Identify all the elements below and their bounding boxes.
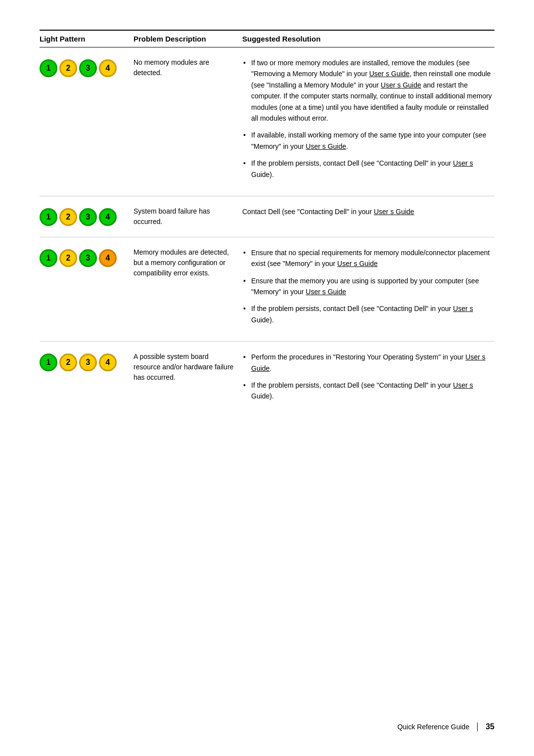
resolution-item: If available, install working memory of … [242,130,494,152]
light-pattern-2: 1 2 3 4 [40,206,134,226]
resolution-item: If the problem persists, contact Dell (s… [242,158,494,180]
light-4-1: 1 [40,354,57,371]
resolution-item: If the problem persists, contact Dell (s… [242,303,494,325]
light-1-4: 4 [99,59,117,77]
main-table: Light Pattern Problem Description Sugges… [40,30,494,418]
problem-desc-3: Memory modules are detected, but a memor… [134,247,242,278]
light-3-1: 1 [40,249,57,267]
resolution-2: Contact Dell (see "Contacting Dell" in y… [242,206,494,217]
page-footer: Quick Reference Guide 35 [398,722,494,731]
light-1-2: 2 [59,59,77,77]
resolution-1: If two or more memory modules are instal… [242,57,494,186]
light-1-3: 3 [79,59,97,77]
light-2-2: 2 [59,208,77,226]
resolution-item: Perform the procedures in "Restoring You… [242,352,494,374]
light-pattern-4: 1 2 3 4 [40,352,134,371]
light-4-4: 4 [99,354,117,371]
resolution-item: Ensure that no special requirements for … [242,247,494,269]
resolution-item: Ensure that the memory you are using is … [242,275,494,298]
problem-desc-4: A possible system board resource and/or … [134,352,242,383]
light-4-2: 2 [59,354,77,371]
col-header-problem: Problem Description [134,35,242,43]
table-row: 1 2 3 4 Memory modules are detected, but… [40,237,494,342]
table-row: 1 2 3 4 No memory modules are detected. … [40,47,494,196]
light-1-1: 1 [40,59,57,77]
light-2-3: 3 [79,208,97,226]
page-container: Light Pattern Problem Description Sugges… [0,0,534,756]
col-header-light: Light Pattern [40,35,134,43]
light-4-3: 3 [79,354,97,371]
light-pattern-3: 1 2 3 4 [40,247,134,267]
page-number: 35 [486,722,494,731]
problem-desc-2: System board failure has occurred. [134,206,242,227]
light-2-4: 4 [99,208,117,226]
light-3-3: 3 [79,249,97,267]
table-row: 1 2 3 4 A possible system board resource… [40,342,494,418]
table-row: 1 2 3 4 System board failure has occurre… [40,196,494,237]
light-3-4: 4 [99,249,117,267]
footer-divider [477,722,478,731]
resolution-4: Perform the procedures in "Restoring You… [242,352,494,408]
table-header: Light Pattern Problem Description Sugges… [40,31,494,47]
resolution-3: Ensure that no special requirements for … [242,247,494,331]
footer-guide-label: Quick Reference Guide [398,723,470,731]
light-2-1: 1 [40,208,57,226]
col-header-resolution: Suggested Resolution [242,35,494,43]
resolution-item: If the problem persists, contact Dell (s… [242,380,494,402]
light-3-2: 2 [59,249,77,267]
problem-desc-1: No memory modules are detected. [134,57,242,78]
light-pattern-1: 1 2 3 4 [40,57,134,77]
resolution-item: If two or more memory modules are instal… [242,57,494,124]
